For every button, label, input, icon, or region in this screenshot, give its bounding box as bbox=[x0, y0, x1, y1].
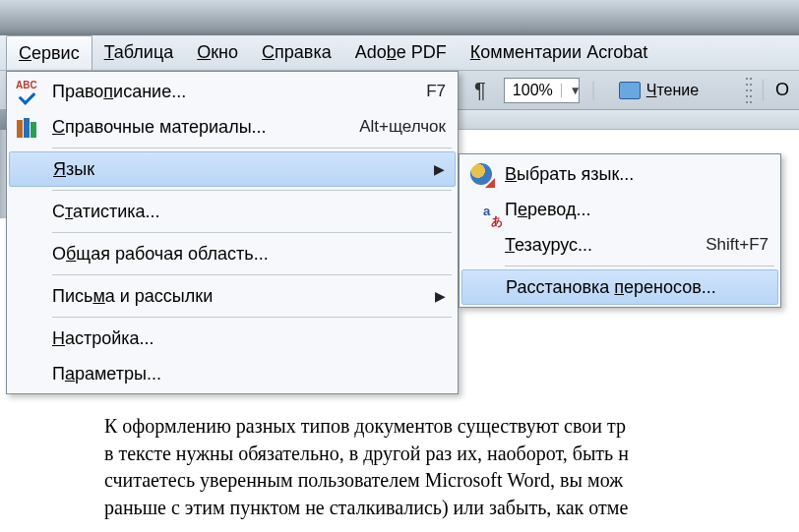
menu-item-label: Справочные материалы... bbox=[52, 117, 267, 138]
service-menu-item-0[interactable]: Правописание...F7 bbox=[9, 74, 456, 109]
language-submenu-separator bbox=[505, 266, 774, 266]
books-icon bbox=[15, 113, 42, 141]
menu-shortcut: F7 bbox=[426, 82, 446, 101]
zoom-value: 100% bbox=[505, 82, 561, 99]
pilcrow-button[interactable]: ¶ bbox=[466, 78, 494, 103]
menubar: Сервис Таблица Окно Справка Adobe PDF Ко… bbox=[0, 35, 799, 71]
menu-item-label: Статистика... bbox=[52, 202, 160, 222]
service-menu-item-11[interactable]: Настройка... bbox=[9, 321, 456, 356]
globe-brush-icon bbox=[467, 160, 495, 188]
toolbar-grip-icon[interactable] bbox=[745, 76, 753, 105]
menu-shortcut: Alt+щелчок bbox=[359, 117, 446, 137]
menu-help[interactable]: Справка bbox=[250, 35, 343, 70]
service-menu-separator bbox=[52, 148, 452, 148]
menu-service-dropdown: Правописание...F7Справочные материалы...… bbox=[6, 71, 459, 394]
language-submenu-item-2[interactable]: Тезаурус...Shift+F7 bbox=[461, 227, 778, 263]
language-submenu-item-4[interactable]: Расстановка переносов... bbox=[461, 269, 778, 305]
menu-item-label: Настройка... bbox=[52, 328, 154, 349]
service-menu-item-3[interactable]: Язык▶ bbox=[9, 151, 456, 187]
service-menu-item-7[interactable]: Общая рабочая область... bbox=[9, 236, 456, 271]
menu-window[interactable]: Окно bbox=[185, 35, 250, 70]
submenu-language: Выбрать язык...Перевод...Тезаурус...Shif… bbox=[459, 153, 781, 308]
menu-item-label: Тезаурус... bbox=[505, 235, 592, 256]
zoom-combobox[interactable]: 100% ▼ bbox=[504, 78, 580, 103]
service-menu-item-1[interactable]: Справочные материалы...Alt+щелчок bbox=[9, 109, 456, 145]
service-menu-item-12[interactable]: Параметры... bbox=[9, 356, 456, 391]
menu-item-label: Выбрать язык... bbox=[505, 164, 634, 185]
menu-item-label: Письма и рассылки bbox=[52, 286, 213, 307]
book-icon bbox=[619, 82, 641, 99]
menu-item-label: Расстановка переносов... bbox=[506, 277, 716, 298]
chevron-right-icon: ▶ bbox=[434, 161, 445, 177]
menu-service[interactable]: Сервис bbox=[6, 35, 92, 70]
menu-acrobat-comments[interactable]: Комментарии Acrobat bbox=[459, 35, 659, 70]
truncated-toolbar-text: О bbox=[775, 80, 789, 100]
menu-item-label: Параметры... bbox=[52, 364, 161, 384]
menu-item-label: Общая рабочая область... bbox=[52, 244, 269, 265]
trans-icon bbox=[467, 196, 495, 223]
window-titlebar bbox=[0, 0, 799, 35]
chevron-down-icon[interactable]: ▼ bbox=[561, 84, 579, 97]
service-menu-separator bbox=[52, 317, 452, 318]
language-submenu-item-1[interactable]: Перевод... bbox=[461, 192, 778, 227]
abc-check-icon bbox=[15, 78, 42, 105]
reading-mode-button[interactable]: Чтение bbox=[609, 76, 708, 105]
menu-table[interactable]: Таблица bbox=[92, 35, 186, 70]
menu-shortcut: Shift+F7 bbox=[706, 235, 768, 255]
service-menu-separator bbox=[52, 274, 452, 275]
language-submenu-item-0[interactable]: Выбрать язык... bbox=[461, 156, 778, 192]
menu-adobe-pdf[interactable]: Adobe PDF bbox=[343, 35, 459, 70]
document-body[interactable]: К оформлению разных типов документов сущ… bbox=[104, 413, 799, 521]
menu-item-label: Перевод... bbox=[505, 200, 590, 220]
menu-item-label: Правописание... bbox=[52, 82, 186, 102]
chevron-right-icon: ▶ bbox=[435, 288, 446, 304]
menu-item-label: Язык bbox=[53, 159, 94, 180]
service-menu-item-9[interactable]: Письма и рассылки▶ bbox=[9, 278, 456, 314]
service-menu-separator bbox=[52, 190, 452, 191]
service-menu-separator bbox=[52, 232, 452, 233]
service-menu-item-5[interactable]: Статистика... bbox=[9, 194, 456, 229]
